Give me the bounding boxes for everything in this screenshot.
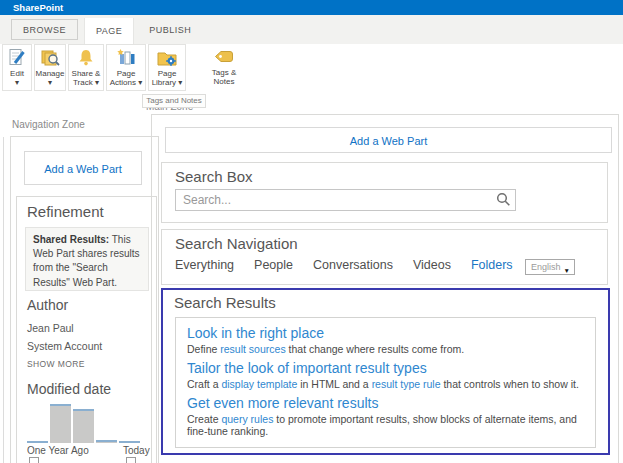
- search-nav-item-conversations[interactable]: Conversations: [313, 258, 393, 272]
- search-input-wrap: [175, 189, 516, 211]
- ribbon-group-label: Tags and Notes: [142, 94, 206, 108]
- search-nav-item-people[interactable]: People: [254, 258, 293, 272]
- ribbon-button-label: Page: [149, 69, 185, 78]
- navigation-zone-label: Navigation Zone: [12, 119, 85, 130]
- search-input[interactable]: [175, 189, 516, 211]
- refinement-title: Refinement: [27, 203, 104, 220]
- axis-label-one-year-ago: One Year Ago: [27, 445, 89, 456]
- author-refiner-value[interactable]: System Account: [27, 340, 102, 352]
- ribbon-button-label: Notes: [196, 77, 252, 86]
- result-description: Create query rules to promote important …: [187, 413, 584, 437]
- ribbon-button-label: Manage: [35, 69, 65, 78]
- date-range-checkbox[interactable]: [126, 457, 136, 463]
- display-template-link[interactable]: display template: [221, 378, 297, 390]
- brand-text: SharePoint: [0, 0, 623, 15]
- result-link-heading[interactable]: Get even more relevant results: [187, 395, 584, 411]
- search-results-title: Search Results: [174, 294, 276, 311]
- results-footer: Learn more about how to customize search…: [187, 446, 584, 448]
- folder-gear-icon: [149, 47, 185, 69]
- result-description: Craft a display template in HTML and a r…: [187, 378, 584, 390]
- modified-date-histogram: [27, 402, 151, 443]
- language-dropdown[interactable]: English ▼: [525, 259, 575, 275]
- histogram-bar: [27, 441, 48, 443]
- ribbon-button-label: Library ▾: [149, 78, 185, 87]
- tab-browse[interactable]: BROWSE: [11, 19, 78, 40]
- date-range-checkbox[interactable]: [29, 457, 39, 463]
- search-navigation-title: Search Navigation: [175, 235, 298, 252]
- search-navigation-items: Everything People Conversations Videos F…: [175, 258, 513, 272]
- show-more-link[interactable]: SHOW MORE: [27, 359, 85, 369]
- histogram-bar: [73, 409, 94, 443]
- sharepoint-page: SharePoint BROWSE PAGE PUBLISH Edit▾ Man…: [0, 0, 623, 463]
- shared-results-note-bold: Shared Results:: [33, 234, 109, 245]
- language-dropdown-value: English: [531, 262, 561, 272]
- ribbon-button-page-actions[interactable]: PageActions ▾: [106, 44, 146, 91]
- result-link-heading[interactable]: Tailor the look of important result type…: [187, 360, 584, 376]
- ribbon-button-label: Edit: [3, 69, 31, 78]
- histogram-bar: [96, 440, 117, 443]
- ribbon-tab-strip: BROWSE PAGE PUBLISH: [0, 15, 623, 44]
- ribbon-button-label: Share &: [69, 69, 103, 78]
- ribbon-button-label: Page: [107, 69, 145, 78]
- author-refiner-value[interactable]: Jean Paul: [27, 322, 74, 334]
- tag-icon: [196, 46, 252, 68]
- learn-more-link[interactable]: Learn more: [187, 446, 241, 448]
- shared-results-note: Shared Results: This Web Part shares res…: [25, 227, 149, 291]
- ribbon: Edit▾ Manage▾ Share &Track ▾ PageActions…: [0, 44, 623, 95]
- author-section-title: Author: [27, 297, 68, 313]
- bell-icon: [69, 47, 103, 69]
- chevron-down-icon: ▼: [564, 264, 570, 278]
- search-nav-item-everything[interactable]: Everything: [175, 258, 234, 272]
- result-text: that controls when to show it.: [441, 378, 579, 390]
- search-nav-item-videos[interactable]: Videos: [413, 258, 451, 272]
- tab-page[interactable]: PAGE: [84, 18, 134, 44]
- result-type-rule-link[interactable]: result type rule: [372, 378, 441, 390]
- ribbon-button-tags-notes[interactable]: Tags &Notes: [196, 44, 252, 91]
- result-text: Define: [187, 343, 220, 355]
- ribbon-button-label: Track ▾: [69, 78, 103, 87]
- suite-bar: SharePoint: [0, 0, 623, 15]
- search-results-content: Look in the right place Define result so…: [175, 317, 596, 448]
- ribbon-button-page-library[interactable]: PageLibrary ▾: [148, 44, 186, 91]
- dropdown-arrow-icon: ▾: [35, 78, 65, 87]
- page-edge-line: [3, 137, 4, 463]
- ribbon-button-manage[interactable]: Manage▾: [34, 44, 66, 91]
- result-link-heading[interactable]: Look in the right place: [187, 325, 584, 341]
- search-box-title: Search Box: [175, 168, 253, 185]
- result-description: Define result sources that change where …: [187, 343, 584, 355]
- search-nav-item-folders[interactable]: Folders: [471, 258, 513, 272]
- webpart-search-navigation: Search Navigation Everything People Conv…: [161, 229, 608, 285]
- edit-page-icon: [3, 47, 31, 69]
- result-text: about how to customize search results.: [241, 446, 425, 448]
- webpart-search-results[interactable]: Search Results Look in the right place D…: [161, 288, 610, 455]
- search-icon[interactable]: [496, 192, 511, 211]
- ribbon-button-edit[interactable]: Edit▾: [2, 44, 32, 91]
- modified-date-title: Modified date: [27, 381, 111, 397]
- page-actions-icon: [107, 47, 145, 69]
- query-rules-link[interactable]: query rules: [221, 413, 273, 425]
- dropdown-arrow-icon: ▾: [3, 78, 31, 87]
- manage-icon: [35, 47, 65, 69]
- nav-add-web-part-button[interactable]: Add a Web Part: [24, 151, 142, 185]
- main-add-web-part-button[interactable]: Add a Web Part: [165, 127, 612, 153]
- ribbon-button-label: Tags &: [196, 68, 252, 77]
- axis-label-today: Today: [123, 445, 150, 456]
- webpart-search-box: Search Box: [161, 162, 608, 223]
- result-text: that change where results come from.: [286, 343, 465, 355]
- ribbon-button-label: Actions ▾: [107, 78, 145, 87]
- result-text: Craft a: [187, 378, 221, 390]
- result-text: Create: [187, 413, 221, 425]
- result-text: in HTML and a: [297, 378, 371, 390]
- result-sources-link[interactable]: result sources: [220, 343, 285, 355]
- histogram-bar: [50, 404, 71, 443]
- histogram-bar: [119, 441, 140, 443]
- tab-publish[interactable]: PUBLISH: [138, 15, 202, 44]
- ribbon-button-share-track[interactable]: Share &Track ▾: [68, 44, 104, 91]
